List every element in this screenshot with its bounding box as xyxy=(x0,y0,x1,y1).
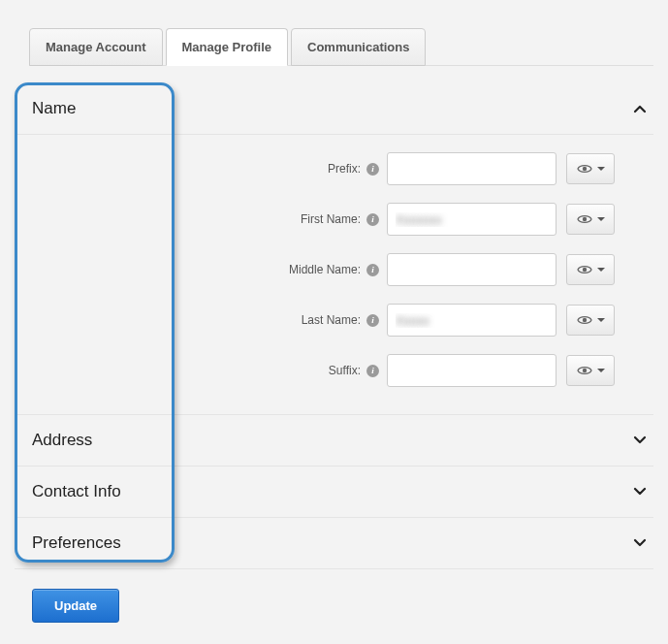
section-header-preferences[interactable]: Preferences xyxy=(15,518,653,568)
chevron-down-icon xyxy=(631,484,649,499)
section-header-address[interactable]: Address xyxy=(15,415,653,466)
info-icon[interactable]: i xyxy=(366,314,379,327)
info-icon[interactable]: i xyxy=(366,163,379,176)
prefix-input[interactable] xyxy=(387,152,557,185)
section-address: Address xyxy=(15,415,653,467)
svg-point-0 xyxy=(582,167,586,171)
svg-point-2 xyxy=(582,268,586,272)
tab-manage-profile[interactable]: Manage Profile xyxy=(166,28,288,66)
caret-down-icon xyxy=(597,318,605,322)
section-title: Preferences xyxy=(32,533,121,553)
field-label-prefix: Prefix: xyxy=(328,162,361,176)
section-title: Name xyxy=(32,99,76,118)
visibility-dropdown-first-name[interactable] xyxy=(566,204,615,235)
section-preferences: Preferences xyxy=(15,518,653,569)
section-title: Address xyxy=(32,431,92,450)
eye-icon xyxy=(577,365,592,376)
tab-communications[interactable]: Communications xyxy=(291,28,426,66)
visibility-dropdown-middle-name[interactable] xyxy=(566,254,615,285)
chevron-down-icon xyxy=(631,535,649,551)
middle-name-input[interactable] xyxy=(387,253,557,286)
chevron-down-icon xyxy=(631,433,649,448)
tab-bar: Manage Account Manage Profile Communicat… xyxy=(29,27,653,66)
suffix-input[interactable] xyxy=(387,354,557,387)
chevron-up-icon xyxy=(631,101,649,116)
eye-icon xyxy=(577,163,592,175)
svg-point-3 xyxy=(582,318,586,322)
tab-label: Manage Profile xyxy=(182,40,271,54)
tab-label: Manage Account xyxy=(46,40,146,54)
info-icon[interactable]: i xyxy=(366,264,379,276)
caret-down-icon xyxy=(597,217,605,221)
caret-down-icon xyxy=(597,369,605,372)
section-title: Contact Info xyxy=(32,482,121,501)
field-label-suffix: Suffix: xyxy=(329,364,361,377)
field-label-middle-name: Middle Name: xyxy=(289,263,361,276)
caret-down-icon xyxy=(597,268,605,272)
field-label-first-name: First Name: xyxy=(301,212,361,226)
tab-label: Communications xyxy=(307,40,409,54)
button-label: Update xyxy=(54,598,97,613)
eye-icon xyxy=(577,264,592,275)
section-header-contact-info[interactable]: Contact Info xyxy=(15,467,653,517)
info-icon[interactable]: i xyxy=(366,213,379,226)
last-name-input[interactable] xyxy=(387,304,557,337)
first-name-input[interactable] xyxy=(387,203,557,236)
caret-down-icon xyxy=(597,167,605,171)
visibility-dropdown-prefix[interactable] xyxy=(566,153,615,184)
field-label-last-name: Last Name: xyxy=(302,313,361,327)
section-header-name[interactable]: Name xyxy=(15,83,653,134)
svg-point-4 xyxy=(582,369,586,372)
section-name: Name Prefix: i xyxy=(15,83,653,415)
tab-manage-account[interactable]: Manage Account xyxy=(29,28,163,66)
eye-icon xyxy=(577,213,592,225)
eye-icon xyxy=(577,314,592,326)
update-button[interactable]: Update xyxy=(32,589,119,623)
svg-point-1 xyxy=(582,217,586,221)
info-icon[interactable]: i xyxy=(366,365,379,377)
visibility-dropdown-last-name[interactable] xyxy=(566,305,615,336)
visibility-dropdown-suffix[interactable] xyxy=(566,355,615,386)
section-contact-info: Contact Info xyxy=(15,467,653,518)
